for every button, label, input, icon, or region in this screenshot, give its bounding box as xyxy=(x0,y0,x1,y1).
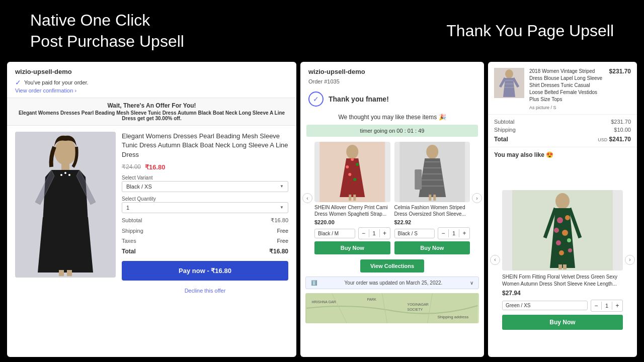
variant-select[interactable]: Black / XS ▼ xyxy=(122,181,288,192)
svg-rect-49 xyxy=(563,264,567,269)
carousel-item-2: Celmia Fashion Women Striped Dress Overs… xyxy=(394,142,470,254)
chevron-down-icon: ▼ xyxy=(280,205,284,210)
product1-variant-select[interactable]: Black / M xyxy=(314,229,355,238)
right-product-image xyxy=(494,68,524,98)
may-like-title: We thought you may like these items 🎉 xyxy=(300,112,484,123)
price-original: ₹24.00 xyxy=(122,163,141,170)
svg-rect-6 xyxy=(59,270,64,276)
right-subtotal-label: Subtotal xyxy=(494,119,514,125)
right-carousel-next[interactable]: › xyxy=(625,255,635,265)
right-product-summary: 2018 Women Vintage Striped Dress Blouse … xyxy=(488,62,637,115)
thank-you-row: ✓ Thank you fname! xyxy=(300,88,484,112)
svg-point-11 xyxy=(346,165,349,168)
pay-now-button[interactable]: Pay now - ₹16.80 xyxy=(122,261,288,281)
quantity-select[interactable]: 1 ▼ xyxy=(122,202,288,213)
product1-qty-increase[interactable]: + xyxy=(380,228,390,239)
product2-variant-select[interactable]: Black / S xyxy=(394,229,435,238)
product2-image xyxy=(394,142,470,202)
svg-point-4 xyxy=(68,174,70,176)
product1-qty-decrease[interactable]: − xyxy=(359,228,369,239)
product1-variant-row: Black / M − 1 + xyxy=(314,227,390,239)
variant-value: Black / XS xyxy=(126,184,152,190)
content-area: wizio-upsell-demo ✓ You've paid for your… xyxy=(0,57,644,362)
featured-variant-select[interactable]: Green / XS xyxy=(502,301,588,310)
svg-point-47 xyxy=(568,248,572,252)
product-carousel: ‹ xyxy=(300,139,484,257)
taxes-label: Taxes xyxy=(122,238,136,244)
header-right: Thank You Page Upsell xyxy=(446,22,614,40)
product2-qty-control: − 1 + xyxy=(438,227,470,239)
quantity-label: Select Quantity xyxy=(122,196,288,202)
view-order-link[interactable]: View order confirmation › xyxy=(7,87,296,98)
check-icon: ✓ xyxy=(15,78,21,86)
svg-point-14 xyxy=(353,178,356,181)
product-image xyxy=(15,132,116,278)
svg-point-43 xyxy=(562,230,568,236)
left-panel: wizio-upsell-demo ✓ You've paid for your… xyxy=(7,62,296,357)
chevron-down-icon: ∨ xyxy=(470,280,473,286)
right-subtotal-row: Subtotal $231.70 xyxy=(494,118,631,126)
svg-text:HRISHNA GAR: HRISHNA GAR xyxy=(312,300,336,304)
svg-rect-48 xyxy=(558,264,562,269)
featured-product-price: $27.94 xyxy=(502,290,623,297)
right-carousel-content: SHEIN Form Fitting Floral Velvet Dress G… xyxy=(500,190,625,330)
paid-notice: ✓ You've paid for your order. xyxy=(7,77,296,87)
featured-qty-decrease[interactable]: − xyxy=(591,300,601,311)
info-icon: ℹ️ xyxy=(311,280,317,286)
svg-point-10 xyxy=(351,158,354,161)
svg-text:YOGINAGAR: YOGINAGAR xyxy=(408,303,429,306)
svg-point-34 xyxy=(505,69,513,78)
total-row: Total ₹16.80 xyxy=(122,248,288,255)
svg-rect-7 xyxy=(67,270,72,276)
right-product-variant: As picture / S xyxy=(529,105,604,110)
you-may-like-title: You may also like 😍 xyxy=(488,147,637,162)
quantity-selector: Select Quantity 1 ▼ xyxy=(122,196,288,213)
carousel-next-button[interactable]: › xyxy=(472,193,482,203)
product2-buy-button[interactable]: Buy Now xyxy=(394,241,470,254)
svg-point-44 xyxy=(556,240,561,245)
right-total-amount: $241.70 xyxy=(609,136,631,143)
product1-qty-value: 1 xyxy=(369,229,380,237)
map-preview: HRISHNA GAR PARK YOGINAGAR SOCIETY Shipp… xyxy=(305,293,479,323)
shipping-row: Shipping Free xyxy=(122,228,288,234)
right-total-row: Total USD $241.70 xyxy=(494,134,631,144)
right-carousel: ‹ xyxy=(488,162,637,357)
offer-text: Elegant Womens Dresses Pearl Beading Mes… xyxy=(15,110,288,121)
svg-point-45 xyxy=(567,238,571,242)
featured-variant-row: Green / XS − 1 + xyxy=(502,300,623,312)
right-shipping-label: Shipping xyxy=(494,127,516,133)
product2-price: $22.92 xyxy=(394,219,470,225)
product-area: Elegant Womens Dresses Pearl Beading Mes… xyxy=(7,126,296,357)
header: Native One Click Post Purchase Upsell Th… xyxy=(0,0,644,57)
chevron-down-icon: ▼ xyxy=(280,184,284,189)
order-number: Order #1035 xyxy=(300,77,484,88)
header-left-line2: Post Purchase Upsell xyxy=(30,32,184,50)
left-store-name: wizio-upsell-demo xyxy=(7,62,296,77)
order-update-bar: ℹ️ Your order was updated on March 25, 2… xyxy=(305,277,479,289)
middle-panel: wizio-upsell-demo Order #1035 ✓ Thank yo… xyxy=(300,62,484,357)
svg-point-39 xyxy=(555,193,570,209)
svg-point-42 xyxy=(554,228,559,233)
offer-banner: Wait, There's An Offer For You! Elegant … xyxy=(7,98,296,126)
product2-qty-increase[interactable]: + xyxy=(459,228,469,239)
product2-qty-value: 1 xyxy=(448,229,459,237)
usd-label: USD xyxy=(598,137,607,142)
svg-point-3 xyxy=(64,172,66,174)
decline-link[interactable]: Decline this offer xyxy=(122,285,288,294)
svg-text:PARK: PARK xyxy=(367,298,377,301)
header-left: Native One Click Post Purchase Upsell xyxy=(30,10,184,52)
right-product-info: 2018 Women Vintage Striped Dress Blouse … xyxy=(529,68,604,110)
product2-qty-decrease[interactable]: − xyxy=(438,228,448,239)
right-carousel-prev[interactable]: ‹ xyxy=(490,255,500,265)
view-collections-button[interactable]: View Collections xyxy=(360,259,424,273)
variant-selector: Select Variant Black / XS ▼ xyxy=(122,175,288,192)
featured-qty-increase[interactable]: + xyxy=(612,300,622,311)
subtotal-row: Subtotal ₹16.80 xyxy=(122,217,288,224)
product-title: Elegant Womens Dresses Pearl Beading Mes… xyxy=(122,132,288,159)
svg-rect-16 xyxy=(353,195,356,201)
paid-text: You've paid for your order. xyxy=(24,79,89,85)
carousel-prev-button[interactable]: ‹ xyxy=(302,193,312,203)
product1-title: SHEIN Allover Cherry Print Cami Dress Wo… xyxy=(314,204,390,217)
featured-buy-button[interactable]: Buy Now xyxy=(502,315,623,330)
product1-buy-button[interactable]: Buy Now xyxy=(314,241,390,254)
